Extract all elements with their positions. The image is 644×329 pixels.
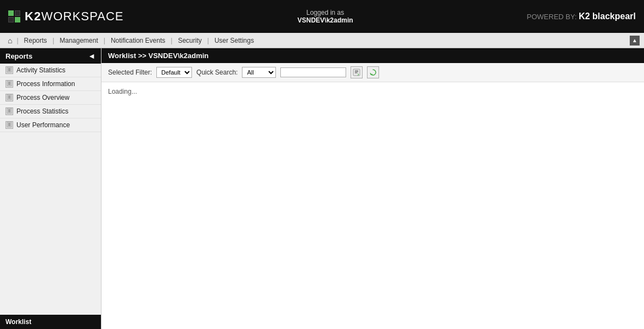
logo-area: K2WORKSPACE (8, 9, 124, 24)
nav-notification-events[interactable]: Notification Events (106, 37, 170, 44)
nav-sep-1: | (15, 37, 19, 44)
content-body: Loading... (101, 82, 644, 329)
process-statistics-icon (5, 107, 13, 115)
logo-sq-1 (8, 10, 14, 16)
content-header: Worklist >> VSNDEV\k2admin (101, 48, 644, 63)
sidebar: Reports ◄ Activity Statistics (0, 48, 101, 329)
process-information-icon (5, 80, 13, 88)
breadcrumb: Worklist >> VSNDEV\k2admin (108, 52, 208, 60)
sidebar-label-activity-statistics: Activity Statistics (16, 66, 65, 74)
loading-text: Loading... (108, 88, 137, 95)
quicksearch-select[interactable]: All Name Status (242, 67, 276, 78)
app-header: K2WORKSPACE Logged in as VSNDEV\k2admin … (0, 0, 644, 33)
home-icon[interactable]: ⌂ (4, 36, 15, 45)
main-container: Reports ◄ Activity Statistics (0, 48, 644, 329)
nav-sep-2: | (52, 37, 55, 44)
nav-security[interactable]: Security (173, 37, 206, 44)
process-overview-icon (5, 94, 13, 101)
logged-in-label: Logged in as (297, 9, 353, 16)
content-area: Worklist >> VSNDEV\k2admin Selected Filt… (101, 48, 644, 329)
sidebar-label-process-overview: Process Overview (16, 94, 70, 101)
logo-sq-2 (15, 10, 20, 16)
navbar: ⌂ | Reports | Management | Notification … (0, 33, 644, 48)
sidebar-item-process-information[interactable]: Process Information (0, 77, 101, 91)
sidebar-title: Reports (5, 52, 32, 60)
sidebar-label-process-statistics: Process Statistics (16, 107, 69, 115)
sidebar-item-user-performance[interactable]: User Performance (0, 118, 101, 132)
sidebar-item-process-overview[interactable]: Process Overview (0, 91, 101, 105)
content-toolbar: Selected Filter: Default All Quick Searc… (101, 63, 644, 82)
logo-k2: K2 (25, 9, 41, 23)
sidebar-label-process-information: Process Information (16, 80, 75, 88)
sidebar-collapse-btn[interactable]: ◄ (88, 52, 95, 60)
nav-sep-3: | (103, 37, 106, 44)
sidebar-item-process-statistics[interactable]: Process Statistics (0, 105, 101, 118)
export-button[interactable] (351, 66, 363, 78)
logo-sq-3 (8, 17, 14, 22)
nav-sep-4: | (170, 37, 173, 44)
quicksearch-label: Quick Search: (196, 69, 238, 76)
sidebar-footer: Worklist (0, 315, 101, 329)
user-performance-icon (5, 121, 13, 129)
sidebar-footer-label: Worklist (5, 318, 31, 326)
nav-management[interactable]: Management (55, 37, 103, 44)
logo-squares (8, 10, 20, 22)
sidebar-label-user-performance: User Performance (16, 121, 70, 129)
filter-select[interactable]: Default All (156, 67, 192, 78)
logo-sq-4 (15, 17, 20, 22)
powered-by-label: POWERED BY: (527, 13, 577, 21)
activity-statistics-icon (5, 66, 13, 74)
nav-sep-5: | (206, 37, 210, 44)
navbar-scroll-btn[interactable]: ▲ (630, 36, 640, 46)
sidebar-item-activity-statistics[interactable]: Activity Statistics (0, 64, 101, 77)
logo-workspace: WORKSPACE (41, 9, 123, 23)
header-login-info: Logged in as VSNDEV\k2admin (297, 9, 353, 24)
username-display: VSNDEV\k2admin (297, 16, 353, 24)
logo-text: K2WORKSPACE (25, 9, 124, 24)
refresh-button[interactable] (367, 66, 379, 78)
product-name: K2 blackpearl (579, 12, 636, 21)
sidebar-header: Reports ◄ (0, 48, 101, 64)
powered-by-area: POWERED BY: K2 blackpearl (527, 12, 636, 21)
filter-label: Selected Filter: (108, 69, 152, 76)
nav-user-settings[interactable]: User Settings (210, 37, 258, 44)
sidebar-items: Activity Statistics Process Information (0, 64, 101, 315)
search-input[interactable] (280, 67, 346, 77)
nav-reports[interactable]: Reports (20, 37, 52, 44)
